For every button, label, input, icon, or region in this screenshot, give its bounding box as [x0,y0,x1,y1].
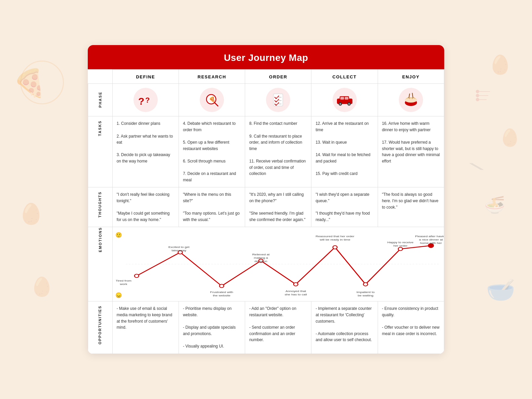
opps-collect-text: - Implement a separate counter at restau… [315,306,372,342]
table-wrap: DEFINE RESEARCH ORDER COLLECT ENJOY PHAS… [88,69,444,354]
thoughts-collect-text: "I wish they'd open a separate queue." "… [315,192,370,222]
svg-text:Impatient to: Impatient to [356,291,375,294]
opps-row-label: OPPORTUNITIES [97,305,103,344]
journey-map-card: User Journey Map DEFINE RESEARCH ORDER C… [88,45,444,354]
tasks-order: 8. Find the contact number 9. Call the r… [245,116,311,187]
thoughts-enjoy-text: "The food is always so good here. I'm so… [382,192,439,209]
tasks-order-text: 8. Find the contact number 9. Call the r… [249,121,306,176]
svg-text:Tired from: Tired from [116,279,131,282]
opps-order: - Add an "Order" option on restaurant we… [245,301,311,354]
svg-point-34 [294,283,298,286]
emotions-label-cell: EMOTIONS [88,227,113,301]
thoughts-order: "It's 2020, why am I still calling on th… [245,187,311,227]
svg-text:Relieved at: Relieved at [252,253,270,256]
svg-point-22 [339,103,341,105]
tasks-collect-text: 12. Arrive at the restaurant on time 13.… [315,121,370,176]
opps-enjoy-text: - Ensure consistency in product quality.… [382,306,440,336]
emotions-row-label: EMOTIONS [98,227,102,252]
thoughts-enjoy: "The food is always so good here. I'm so… [378,187,444,227]
svg-text:Pleased after having: Pleased after having [415,235,444,238]
svg-text:decision: decision [254,260,267,263]
opps-order-text: - Add an "Order" option on restaurant we… [249,306,296,342]
tasks-row-label: TASKS [97,120,103,136]
phase-collect [311,84,378,116]
opps-define-text: - Make use of email & social media marke… [117,306,172,330]
svg-point-0 [476,90,479,93]
phase-order [245,84,311,116]
thoughts-row: THOUGHTS "I don't really feel like cooki… [88,187,444,227]
svg-line-6 [470,163,482,170]
svg-text:making a: making a [254,256,268,259]
svg-text:home with her: home with her [420,242,442,245]
svg-line-7 [471,163,483,170]
thoughts-row-label: THOUGHTS [97,191,103,218]
svg-text:a nice dinner at: a nice dinner at [419,238,443,241]
svg-text:be waiting: be waiting [357,294,373,297]
phase-enjoy-icon [399,88,423,112]
thoughts-order-text: "It's 2020, why am I still calling on th… [249,192,305,222]
svg-text:Frustrated with: Frustrated with [210,291,233,294]
svg-point-4 [476,98,479,101]
phase-define-icon: ? ? [134,88,158,112]
svg-point-26 [405,97,417,103]
tasks-research: 4. Debate which restaurant to order from… [179,116,245,187]
svg-point-32 [219,284,224,288]
svg-text:she has to call: she has to call [284,293,307,296]
opportunities-row: OPPORTUNITIES - Make use of email & soci… [88,301,444,354]
tasks-enjoy: 16. Arrive home with warm dinner to enjo… [378,116,444,187]
svg-point-36 [363,283,368,286]
svg-point-30 [134,274,139,278]
svg-text:?: ? [138,96,144,107]
opps-research: - Prioritise menu display on website. - … [179,301,245,354]
svg-text:Excited to get: Excited to get [168,246,189,249]
svg-point-24 [348,103,350,105]
thoughts-collect: "I wish they'd open a separate queue." "… [311,187,378,227]
tasks-define: 1. Consider dinner plans 2. Ask partner … [112,116,179,187]
svg-point-37 [398,247,403,251]
opps-collect: - Implement a separate counter at restau… [311,301,378,354]
svg-line-12 [215,103,218,106]
phase-research: 🍕 [179,84,245,116]
phase-row-label: PHASE [98,92,102,108]
svg-text:Reassured that her order: Reassured that her order [315,235,354,238]
svg-text:her order: her order [393,244,407,247]
tasks-enjoy-text: 16. Arrive home with warm dinner to enjo… [382,121,440,164]
svg-point-2 [476,94,479,97]
col-header-enjoy: ENJOY [378,70,444,84]
opps-define: - Make use of email & social media marke… [112,301,179,354]
svg-line-27 [409,94,410,98]
emotions-row: EMOTIONS 🙂 😞 [88,227,444,301]
page-title: User Journey Map [224,52,308,63]
col-header-order: ORDER [245,70,311,84]
opps-enjoy: - Ensure consistency in product quality.… [378,301,444,354]
svg-text:🍕: 🍕 [209,96,216,103]
svg-text:the website: the website [213,294,230,297]
thoughts-define-text: "I don't really feel like cooking tonigh… [117,192,170,222]
svg-text:work: work [119,283,127,286]
phase-order-icon [266,88,290,112]
col-header-define: DEFINE [112,70,179,84]
svg-point-35 [333,246,337,249]
phase-define: ? ? [112,84,179,116]
tasks-collect: 12. Arrive at the restaurant on time 13.… [311,116,378,187]
opps-research-text: - Prioritise menu display on website. - … [183,306,236,349]
emotions-chart-cell: 🙂 😞 [112,227,444,301]
phase-collect-icon [333,88,357,112]
svg-rect-19 [340,97,344,100]
header-row: DEFINE RESEARCH ORDER COLLECT ENJOY [88,70,444,84]
thoughts-research: "Where is the menu on this site?" "Too m… [179,187,245,227]
journey-map-table: DEFINE RESEARCH ORDER COLLECT ENJOY PHAS… [88,69,444,354]
phase-research-icon: 🍕 [200,88,224,112]
svg-text:takeaway: takeaway [172,249,186,252]
svg-text:Happy to receive: Happy to receive [387,241,413,244]
tasks-row: TASKS 1. Consider dinner plans 2. Ask pa… [88,116,444,187]
svg-line-28 [412,93,413,98]
phase-row: PHASE ? ? [88,84,444,116]
phase-label-cell: PHASE [88,84,113,116]
svg-text:Annoyed that: Annoyed that [286,290,306,293]
card-header: User Journey Map [88,45,444,69]
tasks-define-text: 1. Consider dinner plans 2. Ask partner … [117,121,173,164]
emotions-svg: Tired from work Excited to get takeaway … [113,227,444,301]
svg-rect-20 [345,97,348,100]
tasks-label-cell: TASKS [88,116,113,187]
